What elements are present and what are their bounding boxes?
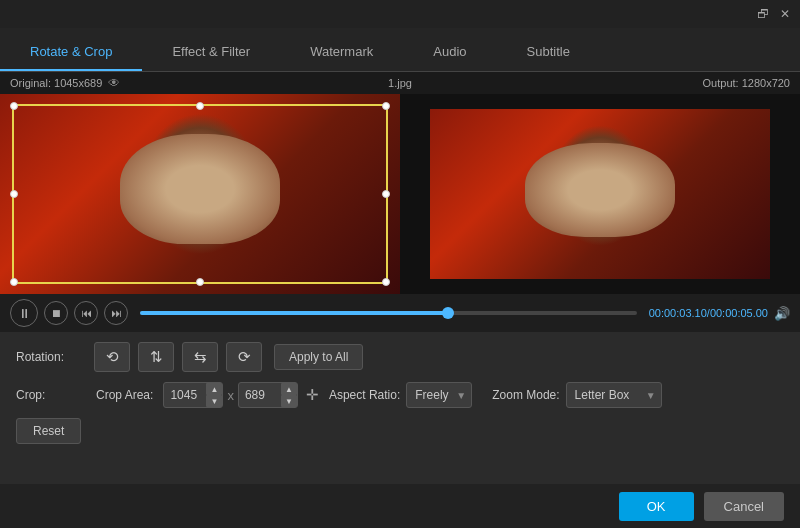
footer: OK Cancel [0,484,800,528]
volume-icon[interactable]: 🔊 [774,306,790,321]
apply-to-all-button[interactable]: Apply to All [274,344,363,370]
preview-right [400,94,800,294]
aspect-ratio-select-wrap: Freely 16:9 4:3 1:1 9:16 ▼ [406,382,472,408]
seek-thumb[interactable] [442,307,454,319]
aspect-ratio-select[interactable]: Freely 16:9 4:3 1:1 9:16 [406,382,472,408]
rotation-label: Rotation: [16,350,86,364]
prev-frame-button[interactable]: ⏮ [74,301,98,325]
time-display: 00:00:03.10/00:00:05.00 [649,307,768,319]
aspect-ratio-group: Aspect Ratio: Freely 16:9 4:3 1:1 9:16 ▼ [329,382,472,408]
zoom-mode-select[interactable]: Letter Box Pan & Scan Full [566,382,662,408]
crop-width-spinners: ▲ ▼ [206,383,222,407]
title-bar: 🗗 ✕ [0,0,800,28]
zoom-mode-label: Zoom Mode: [492,388,559,402]
crop-width-down[interactable]: ▼ [206,395,222,407]
playback-bar: ⏸ ⏹ ⏮ ⏭ 00:00:03.10/00:00:05.00 🔊 [0,294,800,332]
preview-area: Original: 1045x689 👁 1.jpg Output: 1280x… [0,72,800,332]
crop-height-down[interactable]: ▼ [281,395,297,407]
minimize-button[interactable]: 🗗 [756,7,770,21]
tab-watermark[interactable]: Watermark [280,34,403,71]
crop-width-up[interactable]: ▲ [206,383,222,395]
reset-button[interactable]: Reset [16,418,81,444]
aspect-ratio-label: Aspect Ratio: [329,388,400,402]
crop-area-group: ▲ ▼ x ▲ ▼ ✛ [163,382,319,408]
zoom-mode-group: Zoom Mode: Letter Box Pan & Scan Full ▼ [492,382,661,408]
crop-height-up[interactable]: ▲ [281,383,297,395]
seek-progress [140,311,448,315]
preview-info-bar: Original: 1045x689 👁 1.jpg Output: 1280x… [0,72,800,94]
rotate-cw-button[interactable]: ⟳ [226,342,262,372]
crop-row: Crop: Crop Area: ▲ ▼ x ▲ ▼ ✛ Aspect Rati [16,382,784,408]
original-resolution: Original: 1045x689 [10,77,102,89]
close-button[interactable]: ✕ [778,7,792,21]
rotate-ccw-button[interactable]: ⟲ [94,342,130,372]
cat-face-right [525,143,675,237]
pause-button[interactable]: ⏸ [10,299,38,327]
crop-area-label: Crop Area: [96,388,153,402]
seek-bar[interactable] [140,311,637,315]
crop-width-wrap: ▲ ▼ [163,382,223,408]
tab-subtitle[interactable]: Subtitle [497,34,600,71]
preview-left [0,94,400,294]
zoom-mode-select-wrap: Letter Box Pan & Scan Full ▼ [566,382,662,408]
cancel-button[interactable]: Cancel [704,492,784,521]
output-resolution: Output: 1280x720 [703,77,790,89]
flip-vertical-button[interactable]: ⇅ [138,342,174,372]
visibility-icon[interactable]: 👁 [108,76,120,90]
ok-button[interactable]: OK [619,492,694,521]
crop-label: Crop: [16,388,86,402]
stop-button[interactable]: ⏹ [44,301,68,325]
total-time: 00:00:05.00 [710,307,768,319]
tab-effect-filter[interactable]: Effect & Filter [142,34,280,71]
next-frame-button[interactable]: ⏭ [104,301,128,325]
source-image [0,94,400,294]
current-time: 00:00:03.10 [649,307,707,319]
tab-audio[interactable]: Audio [403,34,496,71]
cat-face-left [120,134,280,244]
tab-bar: Rotate & Crop Effect & Filter Watermark … [0,28,800,72]
controls-panel: Rotation: ⟲ ⇅ ⇆ ⟳ Apply to All Crop: Cro… [0,332,800,454]
crop-height-wrap: ▲ ▼ [238,382,298,408]
filename: 1.jpg [388,77,412,89]
reset-row: Reset [16,418,784,444]
crop-height-spinners: ▲ ▼ [281,383,297,407]
tab-rotate-crop[interactable]: Rotate & Crop [0,34,142,71]
preview-images [0,94,800,294]
output-image [430,109,770,279]
dimension-separator: x [227,388,234,403]
crop-move-icon[interactable]: ✛ [306,386,319,404]
flip-horizontal-button[interactable]: ⇆ [182,342,218,372]
rotation-row: Rotation: ⟲ ⇅ ⇆ ⟳ Apply to All [16,342,784,372]
